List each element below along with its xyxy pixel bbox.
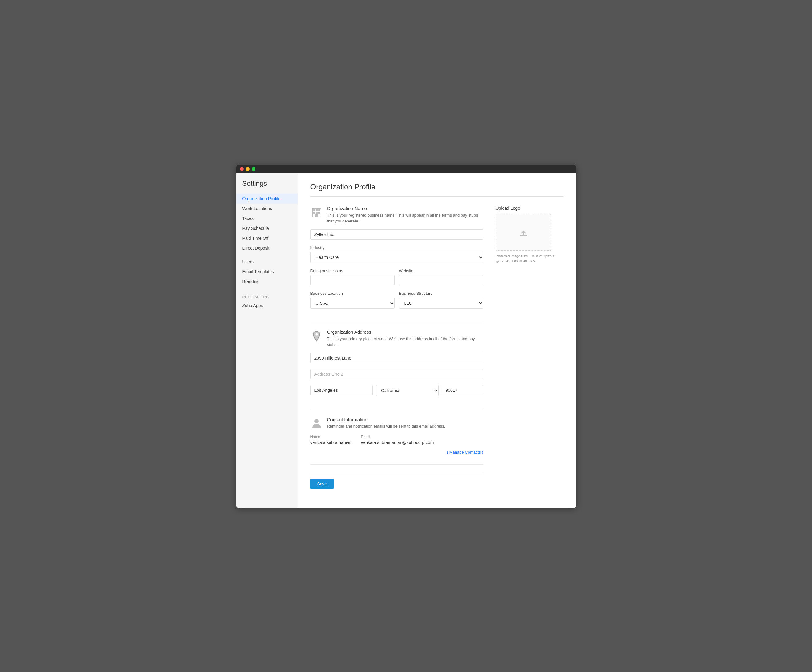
address-line2-field-group <box>310 369 483 380</box>
contact-info-heading: Contact Information <box>327 417 445 422</box>
svg-rect-5 <box>316 212 318 214</box>
address-line1-input[interactable] <box>310 353 483 363</box>
sidebar-item-org-profile[interactable]: Organization Profile <box>236 194 298 203</box>
upload-icon <box>517 226 530 239</box>
sidebar-item-users[interactable]: Users <box>236 257 298 267</box>
contact-email-group: Email venkata.subramanian@zohocorp.com <box>361 435 433 445</box>
address-line2-input[interactable] <box>310 369 483 380</box>
state-field-group: Alabama Alaska Arizona Arkansas Californ… <box>376 385 438 396</box>
address-line1-field-group <box>310 353 483 363</box>
dba-website-row: Doing business as Website <box>310 268 483 291</box>
manage-contacts-link[interactable]: ( Manage Contacts ) <box>447 450 483 455</box>
dba-label: Doing business as <box>310 268 395 273</box>
business-location-select[interactable]: U.S.A. Canada UK Australia <box>310 298 395 309</box>
dba-field-group: Doing business as <box>310 268 395 286</box>
minimize-button[interactable] <box>246 167 249 171</box>
org-name-description: This is your registered business name. T… <box>327 212 483 224</box>
org-name-heading: Organization Name <box>327 206 483 211</box>
divider-2 <box>310 409 483 409</box>
sidebar-item-paid-time-off[interactable]: Paid Time Off <box>236 233 298 243</box>
industry-select[interactable]: Health Care Technology Finance Education… <box>310 252 483 263</box>
sidebar-title: Settings <box>236 180 298 194</box>
sidebar-item-work-locations[interactable]: Work Locations <box>236 203 298 214</box>
org-name-field-group <box>310 229 483 240</box>
business-location-label: Business Location <box>310 291 395 296</box>
org-name-text: Organization Name This is your registere… <box>327 206 483 224</box>
divider-1 <box>310 321 483 322</box>
org-address-text: Organization Address This is your primar… <box>327 329 483 348</box>
contact-name-value: venkata.subramanian <box>310 440 352 445</box>
integrations-label: INTEGRATIONS <box>236 290 298 301</box>
upload-logo-label: Upload Logo <box>496 206 558 211</box>
zip-field-group <box>442 385 483 396</box>
contact-name-label: Name <box>310 435 352 439</box>
save-section: Save <box>310 472 483 489</box>
org-address-header: Organization Address This is your primar… <box>310 329 483 348</box>
contact-info-header: Contact Information Reminder and notific… <box>310 417 483 430</box>
sidebar-item-branding[interactable]: Branding <box>236 277 298 286</box>
state-select[interactable]: Alabama Alaska Arizona Arkansas Californ… <box>376 385 438 396</box>
industry-label: Industry <box>310 245 483 250</box>
svg-rect-7 <box>315 214 318 217</box>
form-main: Organization Name This is your registere… <box>310 206 483 489</box>
contact-info-text: Contact Information Reminder and notific… <box>327 417 445 429</box>
sidebar-item-pay-schedule[interactable]: Pay Schedule <box>236 223 298 233</box>
contact-email-value: venkata.subramanian@zohocorp.com <box>361 440 433 445</box>
upload-hint: Preferred Image Size: 240 x 240 pixels @… <box>496 253 558 263</box>
svg-rect-6 <box>319 212 320 214</box>
contact-name-group: Name venkata.subramanian <box>310 435 352 445</box>
upload-logo-section: Upload Logo Preferred Image Size: 240 x … <box>496 206 558 489</box>
sidebar-item-zoho-apps[interactable]: Zoho Apps <box>236 301 298 311</box>
website-input[interactable] <box>399 275 483 286</box>
upload-area[interactable] <box>496 214 551 251</box>
city-state-zip-row: Alabama Alaska Arizona Arkansas Californ… <box>310 385 483 402</box>
zip-input[interactable] <box>442 385 483 395</box>
org-name-header: Organization Name This is your registere… <box>310 206 483 224</box>
city-field-group <box>310 385 373 396</box>
industry-field-group: Industry Health Care Technology Finance … <box>310 245 483 263</box>
maximize-button[interactable] <box>252 167 256 171</box>
org-name-input[interactable] <box>310 229 483 240</box>
website-label: Website <box>399 268 483 273</box>
svg-rect-3 <box>319 209 320 211</box>
svg-point-8 <box>316 333 317 335</box>
main-content: Organization Profile <box>298 173 576 508</box>
svg-rect-1 <box>314 209 316 211</box>
svg-rect-2 <box>316 209 318 211</box>
contact-details-row: Name venkata.subramanian Email venkata.s… <box>310 435 483 445</box>
location-structure-row: Business Location U.S.A. Canada UK Austr… <box>310 291 483 314</box>
sidebar: Settings Organization Profile Work Locat… <box>236 173 298 508</box>
business-structure-label: Business Structure <box>399 291 483 296</box>
sidebar-item-direct-deposit[interactable]: Direct Deposit <box>236 243 298 253</box>
org-address-description: This is your primary place of work. We'l… <box>327 336 483 348</box>
dba-input[interactable] <box>310 275 395 286</box>
divider-3 <box>310 464 483 465</box>
person-icon <box>310 417 323 430</box>
sidebar-item-email-templates[interactable]: Email Templates <box>236 267 298 277</box>
sidebar-nav: Organization Profile Work Locations Taxe… <box>236 194 298 253</box>
business-structure-field-group: Business Structure LLC S-Corp C-Corp Par… <box>399 291 483 309</box>
page-title: Organization Profile <box>310 183 564 197</box>
manage-contacts-container: ( Manage Contacts ) <box>310 450 483 457</box>
city-input[interactable] <box>310 385 373 395</box>
location-pin-icon <box>310 330 323 342</box>
website-field-group: Website <box>399 268 483 286</box>
business-location-field-group: Business Location U.S.A. Canada UK Austr… <box>310 291 395 309</box>
org-address-heading: Organization Address <box>327 329 483 335</box>
contact-info-description: Reminder and notification emails will be… <box>327 423 445 429</box>
sidebar-item-taxes[interactable]: Taxes <box>236 214 298 223</box>
business-structure-select[interactable]: LLC S-Corp C-Corp Partnership Sole Propr… <box>399 298 483 309</box>
building-icon <box>310 206 323 219</box>
close-button[interactable] <box>240 167 244 171</box>
org-name-section: Organization Name This is your registere… <box>310 206 564 489</box>
svg-rect-4 <box>314 212 316 214</box>
save-button[interactable]: Save <box>310 479 334 489</box>
svg-point-9 <box>314 419 319 423</box>
contact-email-label: Email <box>361 435 433 439</box>
